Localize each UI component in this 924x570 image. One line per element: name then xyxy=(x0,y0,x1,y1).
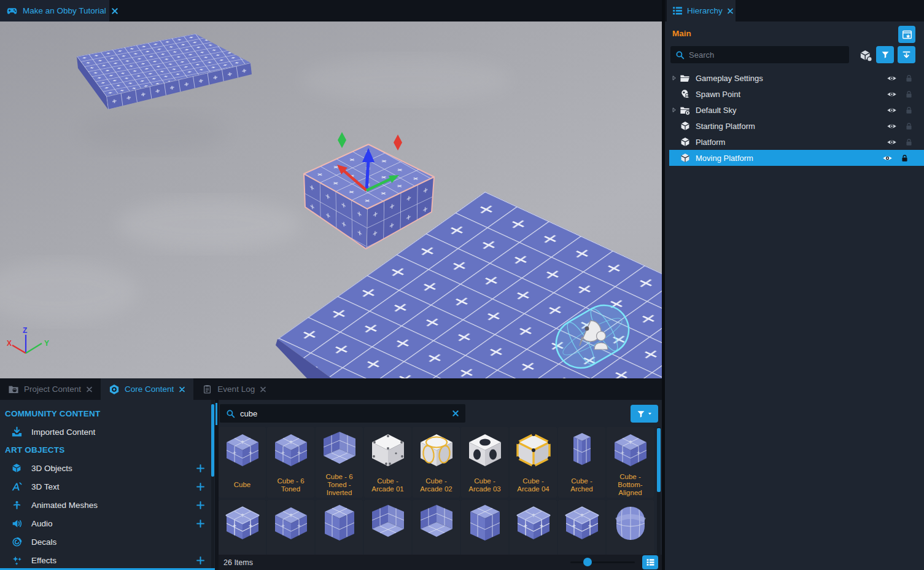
hierarchy-row-gameplay-settings[interactable]: Gameplay Settings xyxy=(665,70,924,86)
asset-label: Cube - Arched xyxy=(558,472,605,498)
tab-hierarchy[interactable]: Hierarchy xyxy=(667,0,736,21)
asset-cube-variant[interactable] xyxy=(461,500,508,555)
viewport-3d[interactable]: Z X Y xyxy=(0,21,662,378)
slider-thumb[interactable] xyxy=(583,558,592,566)
add-icon[interactable] xyxy=(196,482,205,491)
sidebar-item-3d-text[interactable]: 3D Text xyxy=(0,477,215,496)
lock-icon[interactable] xyxy=(905,106,913,114)
asset-thumbnail-blue-inverted xyxy=(366,501,410,545)
lock-icon[interactable] xyxy=(905,138,913,146)
tab-label: Event Log xyxy=(217,385,255,394)
asset-label: Cube - xyxy=(413,545,460,555)
world-settings-button[interactable] xyxy=(898,26,915,43)
asset-cube[interactable]: Cube - xyxy=(267,500,314,555)
asset-thumbnail-blue-inverted xyxy=(414,501,459,545)
platform-mesh[interactable] xyxy=(77,34,252,109)
collapse-all-button[interactable] xyxy=(898,46,915,63)
sidebar-item-decals[interactable]: Decals xyxy=(0,533,215,551)
asset-label: Cube - Arcade 02 xyxy=(413,472,460,498)
sidebar-item-animated-meshes[interactable]: Animated Meshes xyxy=(0,496,215,514)
thumbnail-size-slider[interactable] xyxy=(570,561,635,563)
visibility-icon[interactable] xyxy=(887,121,897,131)
visibility-icon[interactable] xyxy=(882,153,893,163)
asset-cube-arcade-01[interactable]: Cube - Arcade 01 xyxy=(364,427,411,498)
lock-icon[interactable] xyxy=(905,74,913,82)
lock-icon[interactable] xyxy=(905,122,913,130)
gizmo-handle-red[interactable] xyxy=(394,135,402,150)
visibility-icon[interactable] xyxy=(887,89,897,100)
clipboard-icon xyxy=(201,385,212,394)
sidebar-item-label: 3D Text xyxy=(31,482,60,491)
asset-search[interactable] xyxy=(220,404,465,423)
add-icon[interactable] xyxy=(196,519,205,528)
add-icon[interactable] xyxy=(196,556,205,565)
search-icon xyxy=(675,50,685,60)
asset-cube-variant[interactable] xyxy=(510,500,557,555)
asset-thumbnail-blue xyxy=(269,501,313,545)
tab-event-log[interactable]: Event Log xyxy=(193,378,274,400)
hierarchy-row-platform[interactable]: Platform xyxy=(665,134,924,150)
hierarchy-search[interactable] xyxy=(670,46,849,63)
sidebar-item-effects[interactable]: Effects xyxy=(0,551,215,569)
axis-indicator: Z X Y xyxy=(7,326,49,353)
sidebar-item-3d-objects[interactable]: 3D Objects xyxy=(0,459,215,477)
asset-cube-arcade-02[interactable]: Cube - Arcade 02 xyxy=(413,427,460,498)
sidebar-scrollbar-thumb[interactable] xyxy=(211,404,214,477)
svg-text:Y: Y xyxy=(44,339,49,348)
asset-cube-6-toned[interactable]: Cube - 6 Toned xyxy=(267,427,314,498)
asset-cube-variant[interactable] xyxy=(364,500,411,555)
expand-caret-icon[interactable] xyxy=(670,75,678,81)
asset-cube[interactable]: Cube xyxy=(219,427,266,498)
asset-search-input[interactable] xyxy=(240,409,447,418)
add-icon[interactable] xyxy=(196,464,205,473)
visibility-icon[interactable] xyxy=(887,73,897,84)
sidebar-item-label: Effects xyxy=(31,556,56,565)
item-count-label: 26 Items xyxy=(223,558,253,567)
sidebar-item-imported-content[interactable]: Imported Content xyxy=(0,423,215,441)
asset-thumbnail-yellow-black xyxy=(511,428,556,472)
close-icon[interactable] xyxy=(260,386,266,393)
close-icon[interactable] xyxy=(86,386,93,393)
visibility-icon[interactable] xyxy=(887,105,897,115)
sidebar-item-audio[interactable]: Audio xyxy=(0,514,215,533)
add-icon[interactable] xyxy=(196,501,205,510)
hierarchy-row-default-sky[interactable]: Default Sky xyxy=(665,102,924,118)
viewport-canvas[interactable]: Z X Y xyxy=(0,21,662,378)
asset-cube[interactable]: Cube - xyxy=(219,500,266,555)
asset-cube[interactable]: Cube - xyxy=(558,500,605,555)
svg-text:Z: Z xyxy=(23,326,27,335)
close-icon[interactable] xyxy=(179,386,185,393)
package-toggle-icon[interactable] xyxy=(858,48,873,63)
hierarchy-filter-button[interactable] xyxy=(876,46,894,63)
asset-cube[interactable]: Cube - xyxy=(413,500,460,555)
asset-cube[interactable]: Cube - xyxy=(316,500,363,555)
visibility-icon[interactable] xyxy=(887,137,897,147)
asset-cube-bottom-aligned[interactable]: Cube - Bottom-Aligned xyxy=(607,427,654,498)
asset-cube-6-toned-inverted[interactable]: Cube - 6 Toned - Inverted xyxy=(316,427,363,498)
close-icon[interactable] xyxy=(111,7,118,15)
lock-icon[interactable] xyxy=(905,90,913,98)
asset-cube-arcade-03[interactable]: Cube - Arcade 03 xyxy=(461,427,508,498)
view-toggle-button[interactable] xyxy=(642,555,658,569)
lock-icon[interactable] xyxy=(901,154,909,162)
close-icon[interactable] xyxy=(727,7,734,15)
chevron-down-icon xyxy=(647,411,653,416)
tab-project-content[interactable]: Project Content xyxy=(0,378,101,400)
asset-cube-arched[interactable]: Cube - Arched xyxy=(558,427,605,498)
clear-search-icon[interactable] xyxy=(452,410,459,417)
asset-thumbnail-blue-inverted xyxy=(317,428,362,472)
asset-grid-row: CubeCube - 6 TonedCube - 6 Toned - Inver… xyxy=(219,427,657,498)
expand-caret-icon[interactable] xyxy=(670,107,678,113)
grid-scrollbar-thumb[interactable] xyxy=(657,428,661,492)
tab-core-content[interactable]: Core Content xyxy=(101,378,193,400)
hierarchy-row-moving-platform[interactable]: Moving Platform xyxy=(669,150,924,166)
gamepad-icon xyxy=(6,5,18,17)
asset-cube-variant[interactable] xyxy=(607,500,654,555)
asset-filter-button[interactable] xyxy=(631,405,658,423)
hierarchy-search-input[interactable] xyxy=(689,50,844,60)
tab-make-an-obby-tutorial[interactable]: Make an Obby Tutorial xyxy=(0,0,109,21)
hierarchy-row-spawn-point[interactable]: Spawn Point xyxy=(665,86,924,102)
asset-cube-arcade-04[interactable]: Cube - Arcade 04 xyxy=(510,427,557,498)
hierarchy-row-starting-platform[interactable]: Starting Platform xyxy=(665,118,924,134)
gizmo-handle-green[interactable] xyxy=(338,132,346,148)
